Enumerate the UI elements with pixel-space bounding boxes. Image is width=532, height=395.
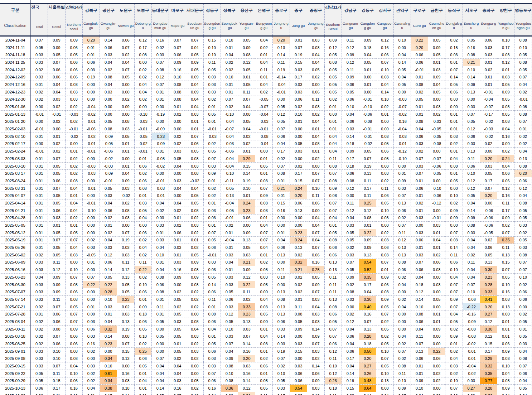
value-cell[interactable]: 0.14 — [307, 325, 324, 333]
value-cell[interactable]: -0.01 — [65, 125, 82, 133]
value-cell[interactable]: 0.05 — [238, 36, 255, 44]
value-cell[interactable]: 0.00 — [393, 325, 411, 333]
value-cell[interactable]: -0.04 — [221, 155, 238, 163]
value-cell[interactable]: 0.00 — [82, 229, 100, 236]
value-cell[interactable]: 0.10 — [376, 347, 393, 355]
value-cell[interactable]: 0.03 — [151, 222, 169, 229]
value-cell[interactable]: 0.15 — [445, 44, 463, 51]
value-cell[interactable]: -0.10 — [428, 184, 445, 192]
value-cell[interactable]: 0.29 — [480, 355, 497, 362]
value-cell[interactable]: 0.06 — [100, 207, 117, 214]
value-cell[interactable]: 0.05 — [169, 325, 186, 333]
value-cell[interactable]: 0.02 — [203, 192, 221, 199]
value-cell[interactable]: 0.11 — [255, 392, 272, 395]
value-cell[interactable]: 0.04 — [255, 333, 272, 340]
value-cell[interactable]: 0.07 — [497, 266, 514, 274]
value-cell[interactable]: 0.08 — [151, 288, 169, 296]
col-header-songpa-gu[interactable]: 송파구Songpa-gu — [480, 4, 497, 36]
value-cell[interactable]: 0.04 — [255, 222, 272, 229]
value-cell[interactable]: 0.02 — [169, 133, 186, 140]
value-cell[interactable]: 0.24 — [238, 199, 255, 207]
value-cell[interactable]: 0.07 — [238, 333, 255, 340]
value-cell[interactable]: 0.32 — [290, 259, 307, 266]
value-cell[interactable]: 0.01 — [169, 236, 186, 244]
value-cell[interactable]: -0.08 — [428, 140, 445, 148]
value-cell[interactable]: 0.12 — [134, 36, 151, 44]
value-cell[interactable]: 0.05 — [151, 333, 169, 340]
value-cell[interactable]: 0.01 — [497, 66, 514, 73]
value-cell[interactable]: -0.09 — [151, 140, 169, 148]
value-cell[interactable]: 0.02 — [445, 325, 463, 333]
value-cell[interactable]: 0.01 — [82, 51, 100, 59]
value-cell[interactable]: 0.25 — [359, 199, 376, 207]
value-cell[interactable]: 0.10 — [393, 36, 411, 44]
value-cell[interactable]: 0.17 — [342, 355, 359, 362]
value-cell[interactable]: 0.10 — [169, 73, 186, 81]
value-cell[interactable]: 0.07 — [48, 155, 65, 163]
value-cell[interactable]: 0.13 — [359, 325, 376, 333]
value-cell[interactable]: 0.07 — [169, 44, 186, 51]
value-cell[interactable]: 0.15 — [272, 199, 290, 207]
row-date[interactable]: 2025-09-01 — [0, 347, 31, 355]
value-cell[interactable]: 0.04 — [393, 73, 411, 81]
value-cell[interactable]: 0.04 — [151, 244, 169, 251]
value-cell[interactable]: 0.04 — [100, 59, 117, 66]
value-cell[interactable]: 0.02 — [376, 333, 393, 340]
value-cell[interactable]: 0.11 — [307, 96, 324, 103]
value-cell[interactable]: 0.05 — [514, 207, 532, 214]
value-cell[interactable]: 0.06 — [342, 118, 359, 125]
value-cell[interactable]: 0.03 — [463, 377, 480, 385]
value-cell[interactable]: 0.04 — [186, 96, 203, 103]
value-cell[interactable]: 0.01 — [31, 229, 48, 236]
value-cell[interactable]: 0.03 — [31, 296, 48, 303]
value-cell[interactable]: -0.09 — [100, 170, 117, 177]
value-cell[interactable]: 0.11 — [359, 192, 376, 199]
value-cell[interactable]: -0.09 — [463, 318, 480, 326]
value-cell[interactable]: 0.09 — [445, 333, 463, 340]
value-cell[interactable]: 0.20 — [480, 303, 497, 310]
value-cell[interactable]: 0.03 — [238, 362, 255, 370]
value-cell[interactable]: 0.01 — [134, 392, 151, 395]
value-cell[interactable]: 0.06 — [307, 88, 324, 96]
value-cell[interactable]: 0.00 — [393, 288, 411, 296]
value-cell[interactable]: 0.04 — [238, 103, 255, 111]
value-cell[interactable]: -0.02 — [359, 140, 376, 148]
value-cell[interactable]: -0.04 — [272, 81, 290, 88]
value-cell[interactable]: 0.05 — [376, 340, 393, 348]
value-cell[interactable]: -0.22 — [463, 303, 480, 310]
value-cell[interactable]: 0.07 — [48, 236, 65, 244]
value-cell[interactable]: 0.03 — [65, 96, 82, 103]
value-cell[interactable]: 0.01 — [48, 133, 65, 140]
value-cell[interactable]: 0.09 — [117, 103, 134, 111]
value-cell[interactable]: 0.10 — [203, 51, 221, 59]
value-cell[interactable]: 0.07 — [203, 229, 221, 236]
value-cell[interactable]: 0.02 — [186, 340, 203, 348]
value-cell[interactable]: 0.07 — [514, 118, 532, 125]
value-cell[interactable]: 0.14 — [100, 266, 117, 274]
value-cell[interactable]: 0.05 — [117, 73, 134, 81]
value-cell[interactable]: 0.02 — [186, 296, 203, 303]
value-cell[interactable]: 0.03 — [117, 125, 134, 133]
value-cell[interactable]: 0.04 — [514, 148, 532, 155]
value-cell[interactable]: 0.00 — [186, 362, 203, 370]
value-cell[interactable]: 0.18 — [342, 162, 359, 170]
value-cell[interactable]: 0.01 — [411, 370, 428, 377]
value-cell[interactable]: 0.03 — [203, 362, 221, 370]
value-cell[interactable]: 0.09 — [342, 148, 359, 155]
value-cell[interactable]: 0.17 — [359, 184, 376, 192]
value-cell[interactable]: 0.03 — [117, 251, 134, 259]
value-cell[interactable]: 0.04 — [428, 81, 445, 88]
value-cell[interactable]: 0.02 — [31, 303, 48, 310]
value-cell[interactable]: 0.05 — [272, 377, 290, 385]
value-cell[interactable]: 0.13 — [393, 244, 411, 251]
value-cell[interactable]: 0.00 — [428, 385, 445, 392]
value-cell[interactable]: -0.09 — [100, 133, 117, 140]
value-cell[interactable]: 0.06 — [497, 340, 514, 348]
value-cell[interactable]: 0.05 — [514, 214, 532, 222]
value-cell[interactable]: 0.09 — [393, 177, 411, 185]
value-cell[interactable]: 0.09 — [255, 192, 272, 199]
row-date[interactable]: 2025-10-13 — [0, 385, 31, 392]
value-cell[interactable]: 0.06 — [497, 177, 514, 185]
value-cell[interactable]: 0.05 — [497, 110, 514, 118]
value-cell[interactable]: 0.02 — [186, 288, 203, 296]
